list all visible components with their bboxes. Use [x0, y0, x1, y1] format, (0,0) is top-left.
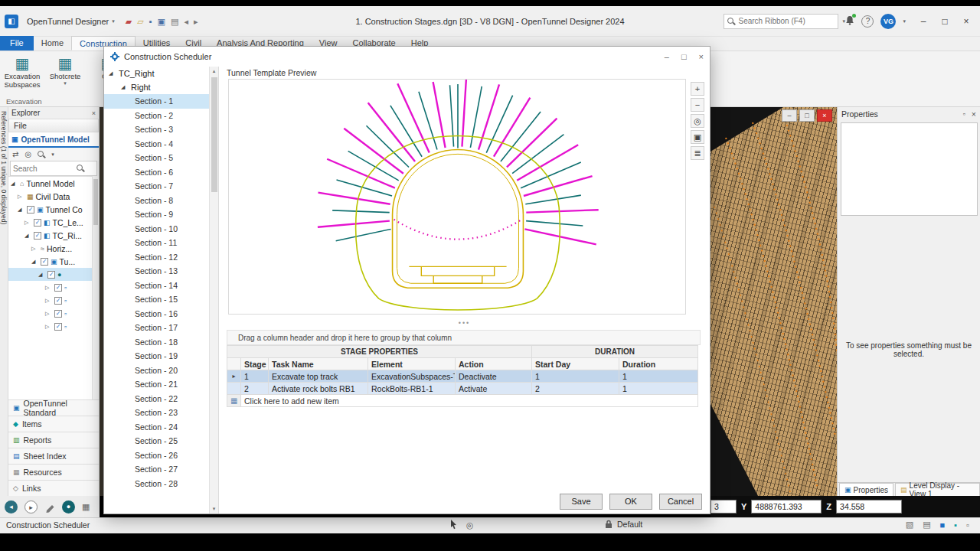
group-header-duration[interactable]: DURATION [532, 346, 698, 358]
checkbox-checked-icon[interactable]: ✓ [54, 297, 62, 305]
help-icon[interactable]: ? [861, 15, 874, 28]
close-button[interactable]: × [956, 11, 977, 31]
table-row[interactable]: 2Activate rock bolts RB1RockBolts-RB1-1A… [227, 383, 698, 395]
section-item[interactable]: Section - 4 [104, 137, 209, 152]
scroll-up-icon[interactable]: ▴ [210, 68, 218, 74]
expand-icon[interactable]: ▷ [45, 324, 52, 330]
tree-item[interactable]: ▷≈Horiz... [8, 242, 100, 255]
pin-icon[interactable]: ▫ [963, 110, 965, 118]
cell-task-name[interactable]: Excavate top track [269, 370, 368, 383]
column-header-task-name[interactable]: Task Name [269, 358, 368, 370]
expand-icon[interactable]: ▷ [18, 194, 24, 200]
cell-duration[interactable]: 1 [619, 383, 698, 395]
close-icon[interactable]: × [972, 109, 976, 119]
group-by-bar[interactable]: Drag a column header and drop it here to… [227, 330, 701, 345]
chevron-down-icon[interactable]: ▾ [842, 18, 845, 24]
add-new-item-row[interactable]: ▦Click here to add new item [227, 395, 698, 407]
view-restore-button[interactable]: □ [799, 109, 815, 122]
table-row[interactable]: ▸1Excavate top trackExcavationSubspaces-… [227, 370, 698, 383]
checkbox-checked-icon[interactable]: ✓ [54, 284, 62, 292]
references-edge-tab[interactable]: References (1 of 1 unique, 0 displayed) [0, 107, 8, 496]
tab-home[interactable]: Home [34, 36, 71, 51]
section-item[interactable]: Section - 5 [104, 151, 209, 165]
3d-viewport[interactable]: – □ × [710, 107, 837, 496]
panel-item-sheet-index[interactable]: ▤Sheet Index [8, 448, 100, 464]
scroll-down-icon[interactable]: ▾ [210, 506, 218, 512]
cursor-icon[interactable] [450, 520, 457, 530]
ribbon-search[interactable]: ▾ [724, 14, 838, 29]
undo-icon[interactable]: ◂ [184, 17, 188, 26]
checkbox-checked-icon[interactable]: ✓ [47, 271, 55, 279]
checkbox-checked-icon[interactable]: ✓ [54, 310, 62, 318]
display-style-icon[interactable]: ▧ [906, 520, 913, 530]
section-item[interactable]: Section - 6 [104, 165, 209, 180]
section-item[interactable]: Section - 12 [104, 250, 209, 265]
tree-item[interactable]: ▷✓▫ [8, 294, 100, 307]
minimize-button[interactable]: – [913, 11, 934, 31]
sync-icon[interactable]: ⇄ [12, 150, 18, 158]
cell-stage[interactable]: 1 [241, 370, 269, 383]
explorer-file-bar[interactable]: File [8, 119, 99, 132]
view-attributes-icon[interactable]: ■ [940, 520, 946, 530]
row-selector[interactable]: ▸ [227, 370, 241, 383]
tree-node-tc-right[interactable]: ◢TC_Right [104, 67, 218, 80]
zoom-out-icon[interactable]: − [691, 98, 704, 112]
explorer-search[interactable] [10, 161, 97, 176]
section-item[interactable]: Section - 16 [104, 307, 209, 321]
expand-icon[interactable]: ▷ [45, 298, 52, 304]
section-item[interactable]: Section - 25 [104, 434, 209, 448]
cell-duration[interactable]: 1 [619, 370, 698, 383]
section-item[interactable]: Section - 3 [104, 122, 209, 137]
panel-item-items[interactable]: ◆Items [8, 416, 100, 432]
column-header-element[interactable]: Element [368, 358, 456, 370]
collapse-icon[interactable]: ◢ [18, 207, 24, 213]
tree-node-right[interactable]: ◢Right [104, 80, 218, 94]
collapse-icon[interactable]: ◢ [31, 259, 38, 265]
tree-item[interactable]: ◢⌂Tunnel Model [8, 177, 100, 190]
levels-icon[interactable]: ▤ [923, 520, 930, 530]
grid-icon[interactable]: ▦ [82, 502, 90, 512]
user-avatar[interactable]: VG [880, 14, 896, 29]
snap-icon[interactable]: ◎ [466, 520, 473, 530]
cell-stage[interactable]: 2 [241, 383, 269, 395]
section-item[interactable]: Section - 2 [104, 109, 209, 123]
zoom-in-icon[interactable]: + [691, 82, 704, 96]
app-menu[interactable]: OpenTunnel Designer▾ [22, 12, 119, 31]
section-scrollbar[interactable]: ▴ ▾ [209, 67, 218, 514]
checkbox-checked-icon[interactable]: ✓ [34, 219, 41, 227]
redo-view-icon[interactable]: ▸ [24, 500, 38, 514]
section-item[interactable]: Section - 19 [104, 349, 209, 364]
more-options-icon[interactable]: ▾ [51, 152, 54, 158]
cell-action[interactable]: Deactivate [456, 370, 532, 383]
tree-item[interactable]: ▷✓▫ [8, 307, 100, 320]
properties-list[interactable] [841, 122, 978, 216]
dialog-titlebar[interactable]: Construction Scheduler – □ × [104, 47, 710, 67]
section-item[interactable]: Section - 20 [104, 364, 209, 378]
panel-item-opentunnel-standard[interactable]: ▣OpenTunnel Standard [8, 399, 100, 416]
ribbon-button-shotcrete[interactable]: ▦Shotcrete▾ [46, 54, 84, 89]
collapse-icon[interactable]: ◢ [24, 233, 31, 239]
window-list-icon[interactable]: ▫ [966, 520, 969, 530]
tab-opentunnel-model[interactable]: ▣OpenTunnel Model [8, 132, 99, 148]
chevron-down-icon[interactable]: ▾ [903, 18, 906, 24]
checkbox-checked-icon[interactable]: ✓ [54, 323, 62, 331]
search-icon[interactable] [38, 151, 45, 158]
section-item[interactable]: Section - 28 [104, 477, 209, 491]
fit-view-icon[interactable]: ▣ [691, 130, 704, 144]
ok-button[interactable]: OK [609, 494, 652, 510]
close-icon[interactable]: × [92, 109, 96, 117]
cell-task-name[interactable]: Activate rock bolts RB1 [269, 383, 368, 395]
dialog-close-button[interactable]: × [699, 52, 704, 61]
collapse-icon[interactable]: ◢ [38, 272, 45, 278]
ribbon-search-input[interactable] [738, 17, 839, 25]
section-item[interactable]: Section - 8 [104, 194, 209, 208]
pan-icon[interactable]: ◎ [691, 114, 704, 128]
cancel-button[interactable]: Cancel [659, 494, 702, 510]
undo-view-icon[interactable]: ◂ [5, 500, 18, 514]
notifications-bell-icon[interactable] [845, 15, 854, 27]
open-file-icon[interactable]: ▱ [137, 17, 143, 26]
pen-icon[interactable] [44, 501, 55, 513]
panel-item-reports[interactable]: ▥Reports [8, 432, 100, 448]
x-coordinate-field[interactable]: 3 [710, 500, 737, 514]
models-icon[interactable]: ▪ [954, 520, 957, 530]
